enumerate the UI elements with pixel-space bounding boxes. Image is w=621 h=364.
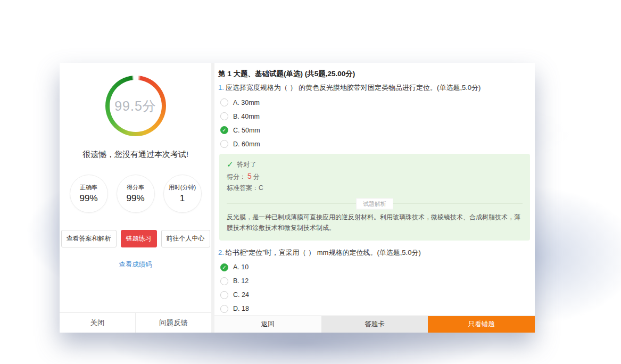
question-body: 给书柜“定位”时，宜采用（ ） mm规格的定位线。(单选题,5.0分) [226, 249, 421, 257]
answer-result-box: ✓ 答对了 得分：5分 标准答案：C 试题解析 反光膜，是一种已制成薄膜可直接应… [219, 154, 530, 241]
verdict-text: 答对了 [237, 160, 257, 169]
answer-label: 标准答案： [227, 184, 259, 192]
stat-accuracy: 正确率 99% [70, 175, 108, 213]
analysis-divider: 试题解析 [227, 203, 523, 204]
back-button[interactable]: 返回 [214, 316, 321, 333]
stat-value: 1 [180, 193, 185, 204]
stat-score-rate: 得分率 99% [117, 175, 155, 213]
radio-unchecked-icon [220, 140, 228, 148]
option-label: A. 30mm [233, 99, 260, 106]
option-b[interactable]: B. 40mm [220, 112, 531, 120]
option-a[interactable]: ✓ A. 10 [220, 263, 531, 271]
verdict-line: ✓ 答对了 [227, 160, 523, 169]
option-d[interactable]: D. 60mm [220, 140, 531, 148]
stat-value: 99% [79, 193, 97, 204]
radio-checked-icon: ✓ [220, 263, 228, 271]
question-bottom-bar: 返回 答题卡 只看错题 [214, 316, 535, 333]
option-label: D. 60mm [233, 140, 260, 148]
option-label: C. 24 [233, 291, 249, 299]
stat-label: 用时(分钟) [169, 184, 196, 192]
option-label: B. 40mm [233, 113, 260, 120]
question-number: 2. [218, 249, 224, 257]
view-score-code-link[interactable]: 查看成绩码 [119, 260, 152, 269]
score-gauge: 99.5分 [105, 76, 166, 136]
personal-center-button[interactable]: 前往个人中心 [161, 230, 210, 247]
option-c[interactable]: C. 24 [220, 291, 531, 299]
option-label: B. 12 [233, 277, 249, 285]
radio-unchecked-icon [220, 277, 228, 285]
correct-check-icon: ✓ [227, 160, 234, 169]
option-c[interactable]: ✓ C. 50mm [220, 126, 531, 134]
score-line: 得分：5分 [227, 172, 523, 181]
stat-label: 得分率 [127, 184, 144, 192]
question-1: 1.应选择宽度规格为（ ） 的黄色反光膜地胶带对固定类物品进行定位。(单选题,5… [218, 83, 531, 241]
option-d[interactable]: D. 18 [220, 305, 531, 313]
question-body: 应选择宽度规格为（ ） 的黄色反光膜地胶带对固定类物品进行定位。(单选题,5.0… [226, 84, 481, 92]
analysis-title: 试题解析 [356, 198, 393, 210]
only-wrong-questions-button[interactable]: 只看错题 [428, 316, 535, 333]
feedback-button[interactable]: 问题反馈 [136, 313, 211, 333]
stat-label: 正确率 [80, 184, 97, 192]
radio-checked-icon: ✓ [220, 126, 228, 134]
exam-result-dialog: 99.5分 很遗憾，您没有通过本次考试! 正确率 99% 得分率 99% 用时(… [60, 63, 535, 333]
analysis-text: 反光膜，是一种已制成薄膜可直接应用的逆反射材料。利用玻璃珠技术，微棱镜技术、合成… [227, 212, 523, 234]
question-text: 1.应选择宽度规格为（ ） 的黄色反光膜地胶带对固定类物品进行定位。(单选题,5… [218, 83, 531, 93]
radio-unchecked-icon [220, 112, 228, 120]
score-suffix: 分 [253, 173, 260, 180]
answer-card-button[interactable]: 答题卡 [321, 316, 428, 333]
score-label: 得分： [227, 173, 246, 180]
score-value: 99.5分 [105, 76, 166, 136]
question-list[interactable]: 第 1 大题、基础试题(单选) (共5题,25.00分) 1.应选择宽度规格为（… [214, 63, 535, 316]
result-message: 很遗憾，您没有通过本次考试! [82, 150, 188, 160]
question-text: 2.给书柜“定位”时，宜采用（ ） mm规格的定位线。(单选题,5.0分) [218, 248, 531, 258]
stat-value: 99% [126, 193, 144, 204]
question-2: 2.给书柜“定位”时，宜采用（ ） mm规格的定位线。(单选题,5.0分) ✓ … [218, 248, 531, 316]
close-button[interactable]: 关闭 [60, 313, 135, 333]
radio-unchecked-icon [220, 98, 228, 106]
stats-row: 正确率 99% 得分率 99% 用时(分钟) 1 [70, 175, 202, 213]
question-number: 1. [218, 84, 224, 92]
standard-answer-line: 标准答案：C [227, 184, 523, 193]
option-a[interactable]: A. 30mm [220, 98, 531, 106]
result-summary-panel: 99.5分 很遗憾，您没有通过本次考试! 正确率 99% 得分率 99% 用时(… [60, 63, 211, 333]
dialog-footer: 关闭 问题反馈 [60, 312, 211, 333]
option-b[interactable]: B. 12 [220, 277, 531, 285]
radio-unchecked-icon [220, 291, 228, 299]
view-answers-button[interactable]: 查看答案和解析 [61, 230, 117, 247]
question-panel: 第 1 大题、基础试题(单选) (共5题,25.00分) 1.应选择宽度规格为（… [214, 63, 535, 333]
option-label: D. 18 [233, 305, 249, 312]
radio-unchecked-icon [220, 305, 228, 313]
option-label: C. 50mm [233, 127, 260, 134]
score-earned: 5 [247, 172, 252, 180]
wrong-question-practice-button[interactable]: 错题练习 [121, 230, 157, 247]
answer-value: C [259, 184, 263, 192]
action-buttons-row: 查看答案和解析 错题练习 前往个人中心 [61, 230, 210, 247]
stat-time-used: 用时(分钟) 1 [163, 175, 202, 213]
option-label: A. 10 [233, 263, 249, 271]
section-title: 第 1 大题、基础试题(单选) (共5题,25.00分) [218, 69, 531, 79]
